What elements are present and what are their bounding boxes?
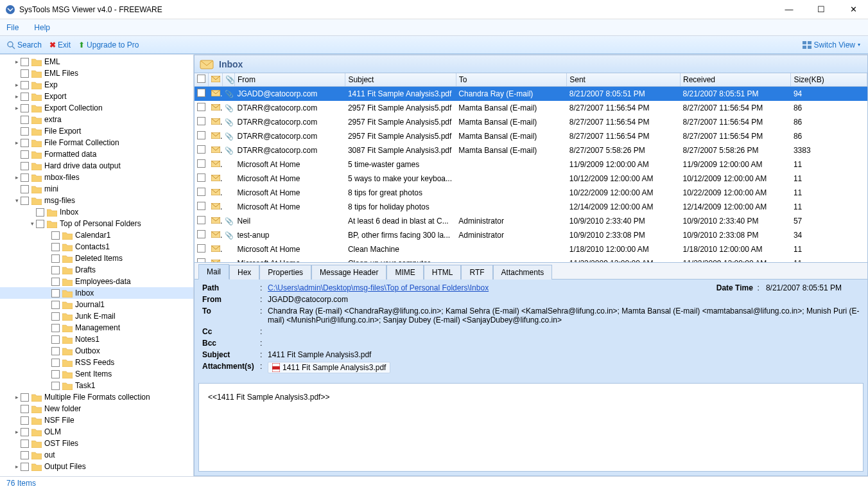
- tree-node[interactable]: ▸Exp: [0, 79, 193, 91]
- tree-node[interactable]: out: [0, 449, 193, 461]
- caret-icon[interactable]: ▾: [28, 220, 36, 227]
- tree-node[interactable]: ▸File Format Collection: [0, 137, 193, 148]
- message-row[interactable]: Microsoft At HomeClean Machine1/18/2010 …: [195, 242, 867, 256]
- tree-node[interactable]: Contacts1: [0, 241, 193, 253]
- tree-checkbox[interactable]: [21, 405, 29, 413]
- column-headers[interactable]: 📎 From Subject To Sent Received Size(KB): [195, 73, 867, 87]
- upgrade-button[interactable]: ⬆ Upgrade to Pro: [76, 39, 141, 51]
- tree-checkbox[interactable]: [21, 463, 29, 471]
- tree-node[interactable]: Inbox: [0, 206, 193, 218]
- tree-node[interactable]: ▸Export Collection: [0, 102, 193, 114]
- tree-node[interactable]: Formatted data: [0, 148, 193, 160]
- menu-file[interactable]: File: [6, 23, 19, 32]
- tree-node[interactable]: ▸EML: [0, 56, 193, 67]
- col-size[interactable]: Size(KB): [791, 73, 867, 87]
- message-row[interactable]: Microsoft At Home5 ways to make your key…: [195, 172, 867, 186]
- tree-node[interactable]: RSS Feeds: [0, 357, 193, 368]
- tree-checkbox[interactable]: [21, 173, 29, 182]
- tree-checkbox[interactable]: [36, 208, 44, 217]
- col-from[interactable]: From: [234, 73, 345, 87]
- message-row[interactable]: Microsoft At Home8 tips for great photos…: [195, 186, 867, 200]
- tree-checkbox[interactable]: [21, 81, 29, 89]
- detail-tab[interactable]: Mail: [198, 264, 229, 280]
- tree-node[interactable]: Drafts: [0, 264, 193, 276]
- tree-checkbox[interactable]: [51, 289, 60, 298]
- tree-checkbox[interactable]: [21, 104, 29, 112]
- tree-checkbox[interactable]: [51, 312, 60, 321]
- tree-node[interactable]: Deleted Items: [0, 253, 193, 264]
- row-checkbox[interactable]: [197, 89, 205, 97]
- tree-node[interactable]: Calendar1: [0, 229, 193, 241]
- switch-view-button[interactable]: Switch View ▾: [799, 39, 864, 51]
- attachment-pill[interactable]: 1411 Fit Sample Analysis3.pdf: [268, 362, 390, 373]
- tree-node[interactable]: Inbox: [0, 287, 193, 299]
- tree-checkbox[interactable]: [21, 93, 29, 101]
- message-row[interactable]: Microsoft At HomeClean up your computer1…: [195, 256, 867, 263]
- tree-node[interactable]: ▸OLM: [0, 426, 193, 438]
- tree-node[interactable]: Employees-data: [0, 276, 193, 287]
- tree-node[interactable]: Junk E-mail: [0, 310, 193, 322]
- folder-tree[interactable]: ▸EMLEML Files▸Exp▸Export▸Export Collecti…: [0, 55, 194, 476]
- header-checkbox[interactable]: [197, 75, 205, 83]
- tree-checkbox[interactable]: [21, 150, 29, 159]
- tree-node[interactable]: mini: [0, 183, 193, 195]
- tree-checkbox[interactable]: [21, 416, 29, 425]
- tree-node[interactable]: ▸Output Files: [0, 461, 193, 472]
- tree-node[interactable]: ▸Export: [0, 91, 193, 102]
- row-checkbox[interactable]: [197, 117, 205, 125]
- minimize-button[interactable]: —: [779, 4, 799, 14]
- tree-node[interactable]: Task1: [0, 380, 193, 391]
- message-row[interactable]: 📎NeilAt least 6 dead in blast at C...Adm…: [195, 214, 867, 228]
- row-checkbox[interactable]: [197, 159, 205, 168]
- tree-checkbox[interactable]: [21, 69, 29, 78]
- maximize-button[interactable]: ☐: [812, 4, 831, 14]
- message-list[interactable]: 📎 From Subject To Sent Received Size(KB)…: [195, 73, 867, 263]
- col-sent[interactable]: Sent: [567, 73, 681, 87]
- tree-checkbox[interactable]: [21, 116, 29, 124]
- detail-tab[interactable]: HTML: [424, 265, 462, 280]
- detail-tab[interactable]: RTF: [461, 265, 492, 280]
- col-to[interactable]: To: [456, 73, 566, 87]
- tree-node[interactable]: ▾Top of Personal Folders: [0, 218, 193, 229]
- row-checkbox[interactable]: [197, 216, 205, 224]
- menu-help[interactable]: Help: [34, 23, 50, 32]
- tree-checkbox[interactable]: [21, 127, 29, 136]
- tree-checkbox[interactable]: [21, 58, 29, 66]
- caret-icon[interactable]: ▸: [13, 174, 21, 181]
- row-checkbox[interactable]: [197, 188, 205, 196]
- message-row[interactable]: 📎DTARR@catocorp.com2957 Fit Sample Analy…: [195, 115, 867, 129]
- tree-node[interactable]: NSF File: [0, 414, 193, 426]
- detail-tab[interactable]: MIME: [386, 265, 423, 280]
- tree-node[interactable]: ▸Multiple File Formats collection: [0, 391, 193, 403]
- col-received[interactable]: Received: [680, 73, 790, 87]
- caret-icon[interactable]: ▸: [13, 429, 21, 435]
- tree-checkbox[interactable]: [21, 393, 29, 402]
- close-button[interactable]: ✕: [844, 4, 863, 14]
- tree-checkbox[interactable]: [21, 428, 29, 436]
- detail-tab[interactable]: Message Header: [311, 265, 386, 280]
- message-row[interactable]: 📎JGADD@catocorp.com1411 Fit Sample Analy…: [195, 87, 867, 101]
- caret-icon[interactable]: ▸: [13, 105, 21, 111]
- detail-tab[interactable]: Attachments: [493, 265, 553, 280]
- caret-icon[interactable]: ▸: [13, 82, 21, 88]
- tree-checkbox[interactable]: [51, 324, 60, 332]
- tree-checkbox[interactable]: [51, 335, 60, 344]
- tree-node[interactable]: File Export: [0, 125, 193, 137]
- tree-node[interactable]: Hard drive data output: [0, 160, 193, 172]
- tree-checkbox[interactable]: [51, 266, 60, 274]
- tree-checkbox[interactable]: [51, 254, 60, 263]
- tree-node[interactable]: extra: [0, 114, 193, 125]
- tree-node[interactable]: Management: [0, 322, 193, 333]
- tree-node[interactable]: EML Files: [0, 67, 193, 79]
- message-row[interactable]: Microsoft At Home5 time-waster games11/9…: [195, 157, 867, 172]
- tree-checkbox[interactable]: [51, 370, 60, 378]
- tree-checkbox[interactable]: [51, 231, 60, 240]
- tree-checkbox[interactable]: [21, 451, 29, 459]
- message-preview[interactable]: <<1411 Fit Sample Analysis3.pdf>>: [198, 383, 864, 472]
- row-checkbox[interactable]: [197, 230, 205, 238]
- row-checkbox[interactable]: [197, 131, 205, 139]
- caret-icon[interactable]: ▸: [13, 58, 21, 65]
- tree-node[interactable]: ▾msg-files: [0, 195, 193, 206]
- row-checkbox[interactable]: [197, 244, 205, 253]
- tree-node[interactable]: Journal1: [0, 299, 193, 310]
